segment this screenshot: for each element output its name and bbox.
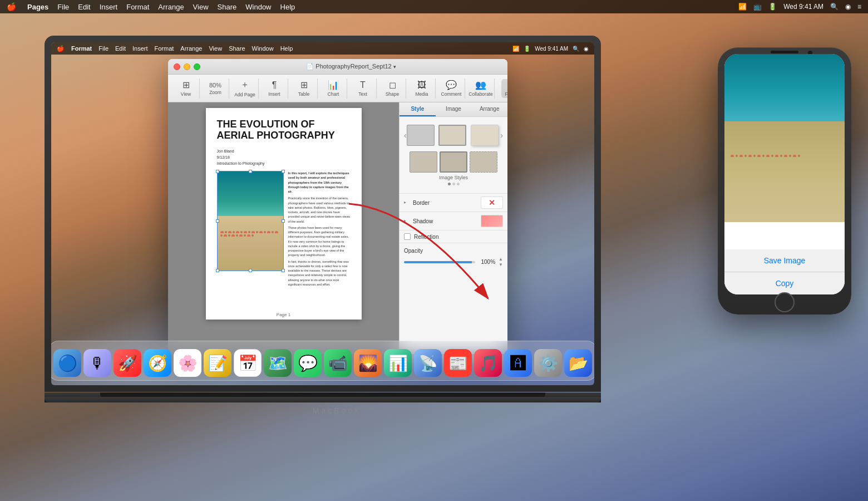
screen-search[interactable]: 🔍	[573, 46, 579, 52]
zoom-button[interactable]: 80% Zoom	[204, 79, 226, 98]
screen-arrange[interactable]: Arrange	[180, 45, 202, 52]
border-expand-icon[interactable]: ▸	[404, 200, 410, 205]
selection-handle-ml[interactable]	[216, 219, 219, 223]
selection-handle-br[interactable]	[282, 269, 285, 272]
body-paragraph-2: These photos have been used for many dif…	[288, 225, 351, 258]
menu-insert[interactable]: Insert	[100, 3, 118, 11]
menu-window[interactable]: Window	[245, 3, 271, 11]
minimize-button[interactable]	[184, 63, 190, 70]
styles-next-arrow[interactable]: ›	[500, 131, 503, 140]
screen-share[interactable]: Share	[229, 45, 245, 52]
dock-downloads-folder-icon[interactable]: 📂	[564, 349, 592, 377]
collaborate-button[interactable]: 👥 Collaborate	[470, 79, 492, 98]
style-thumb-4[interactable]	[410, 151, 437, 173]
selection-handle-tl[interactable]	[216, 170, 219, 173]
dock-safari-icon[interactable]: 🧭	[144, 349, 171, 377]
menu-share[interactable]: Share	[218, 3, 237, 11]
dock-launchpad-icon[interactable]: 🚀	[114, 349, 141, 377]
tab-style[interactable]: Style	[400, 102, 436, 116]
screen-window[interactable]: Window	[252, 45, 274, 52]
style-thumb-5[interactable]	[440, 151, 467, 173]
screen-help[interactable]: Help	[280, 45, 293, 52]
control-center-icon[interactable]: ≡	[857, 3, 861, 11]
selection-handle-bm[interactable]	[249, 269, 252, 272]
menu-format[interactable]: Format	[126, 3, 149, 11]
screen-file[interactable]: File	[98, 45, 108, 52]
selection-handle-mr[interactable]	[282, 219, 285, 223]
opacity-up[interactable]: ▲	[499, 257, 503, 262]
dock-photo-browser-icon[interactable]: 🌄	[354, 349, 382, 377]
sidebar-style-section: ‹ ›	[400, 117, 507, 193]
pages-canvas[interactable]: THE EVOLUTION OF AERIAL PHOTOGRAPHY Jon …	[168, 102, 399, 354]
iphone-home-button[interactable]	[775, 292, 795, 312]
insert-button[interactable]: ¶ Insert	[263, 79, 285, 98]
dock-messages-icon[interactable]: 💬	[294, 349, 322, 377]
maximize-button[interactable]	[194, 63, 200, 70]
menu-view[interactable]: View	[193, 3, 209, 11]
text-button[interactable]: T Text	[352, 79, 374, 98]
selection-handle-tm[interactable]	[249, 170, 252, 173]
shadow-expand-icon[interactable]: ▸	[404, 218, 410, 224]
screen-apple[interactable]: 🍎	[57, 45, 65, 52]
siri-icon[interactable]: ◉	[845, 3, 851, 11]
document-image[interactable]	[217, 171, 284, 271]
opacity-down[interactable]: ▼	[499, 262, 503, 267]
dock-numbers-icon[interactable]: 📊	[384, 349, 412, 377]
selection-handle-bl[interactable]	[216, 269, 219, 272]
screen-app-name[interactable]: Format	[71, 45, 92, 52]
wifi-icon[interactable]: 📶	[738, 3, 747, 11]
format-button[interactable]: 🖌 Format	[501, 79, 507, 98]
zoom-value: 80%	[209, 82, 221, 89]
screen-view[interactable]: View	[209, 45, 222, 52]
comment-button[interactable]: 💬 Comment	[440, 79, 462, 98]
screen-siri[interactable]: ◉	[584, 46, 589, 52]
dock-news-icon[interactable]: 📰	[444, 349, 472, 377]
opacity-slider[interactable]	[404, 261, 475, 263]
screen-insert[interactable]: Insert	[132, 45, 148, 52]
menu-edit[interactable]: Edit	[78, 3, 90, 11]
apple-menu-icon[interactable]: 🍎	[7, 2, 16, 11]
dock-system-prefs-icon[interactable]: ⚙️	[534, 349, 562, 377]
search-icon[interactable]: 🔍	[830, 3, 839, 11]
shape-button[interactable]: ◻ Shape	[381, 79, 403, 98]
menubar-right: 📶 📺 🔋 Wed 9:41 AM 🔍 ◉ ≡	[738, 3, 861, 11]
border-preview[interactable]: ✕	[481, 197, 503, 209]
dock-finder-icon[interactable]: 🔵	[53, 349, 81, 377]
airplay-icon[interactable]: 📺	[753, 3, 762, 11]
app-menu-pages[interactable]: Pages	[27, 3, 48, 11]
screen-format[interactable]: Format	[155, 45, 174, 52]
style-thumb-3[interactable]	[471, 125, 499, 146]
save-image-button[interactable]: Save Image	[724, 249, 845, 272]
dock-music-icon[interactable]: 🎵	[474, 349, 502, 377]
title-dropdown-chevron[interactable]: ▾	[393, 64, 396, 70]
opacity-stepper[interactable]: ▲ ▼	[499, 257, 503, 267]
dock-siri-icon[interactable]: 🎙	[83, 349, 111, 377]
battery-icon[interactable]: 🔋	[768, 3, 777, 11]
style-thumb-6[interactable]	[470, 151, 497, 173]
screen-edit[interactable]: Edit	[115, 45, 126, 52]
menu-help[interactable]: Help	[280, 3, 295, 11]
dock-mirror-icon[interactable]: 📡	[414, 349, 442, 377]
view-button[interactable]: ⊞ View	[175, 79, 197, 98]
menu-arrange[interactable]: Arrange	[158, 3, 184, 11]
dock-facetime-icon[interactable]: 📹	[324, 349, 352, 377]
dock-photos-icon[interactable]: 🌸	[174, 349, 201, 377]
close-button[interactable]	[174, 63, 180, 70]
copy-button[interactable]: Copy	[724, 272, 845, 294]
tab-arrange[interactable]: Arrange	[471, 102, 507, 116]
dock-notes-icon[interactable]: 📝	[204, 349, 231, 377]
shadow-preview[interactable]	[481, 215, 503, 227]
media-button[interactable]: 🖼 Media	[411, 79, 433, 98]
tab-image[interactable]: Image	[436, 102, 472, 116]
dock-calendar-icon[interactable]: 📅	[234, 349, 262, 377]
menu-file[interactable]: File	[57, 3, 69, 11]
chart-button[interactable]: 📊 Chart	[322, 79, 344, 98]
table-button[interactable]: ⊞ Table	[293, 79, 315, 98]
reflection-checkbox[interactable]	[404, 233, 411, 240]
style-thumb-1[interactable]	[407, 125, 435, 146]
style-thumb-2[interactable]	[438, 125, 466, 146]
dock-appstore-icon[interactable]: 🅰	[504, 349, 532, 377]
dock-maps-icon[interactable]: 🗺️	[264, 349, 292, 377]
selection-handle-tr[interactable]	[282, 170, 285, 173]
add-page-button[interactable]: ＋ Add Page	[234, 79, 256, 98]
